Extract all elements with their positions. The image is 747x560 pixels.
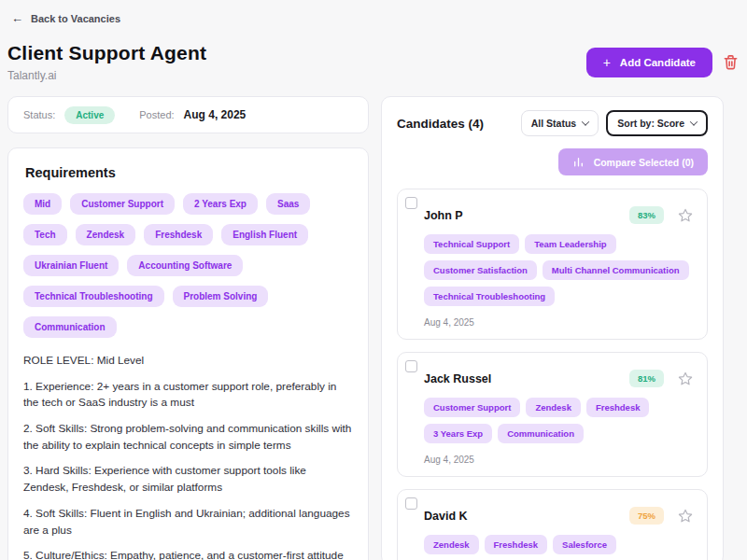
- candidate-tag: Salesforce: [553, 535, 616, 554]
- requirements-title: Requirements: [25, 165, 353, 180]
- requirement-tag: Zendesk: [76, 224, 136, 245]
- status-label: Status:: [23, 109, 55, 120]
- status-bar: Status: Active Posted: Aug 4, 2025: [7, 96, 369, 133]
- back-arrow-icon: ←: [11, 11, 23, 25]
- candidate-tag: Team Leadership: [525, 234, 615, 254]
- requirement-tag: Mid: [23, 193, 62, 215]
- requirement-tag: Tech: [23, 224, 67, 245]
- requirement-tag: Accounting Software: [127, 255, 243, 276]
- requirement-tag: Saas: [266, 193, 310, 215]
- score-badge: 81%: [629, 370, 664, 387]
- posted-date: Aug 4, 2025: [184, 108, 247, 121]
- back-link-label: Back to Vacancies: [31, 13, 120, 24]
- description-line: 1. Experience: 2+ years in a customer su…: [23, 379, 353, 412]
- description-line: 4. Soft Skills: Fluent in English and Uk…: [23, 506, 353, 539]
- candidate-name: John P: [424, 209, 463, 222]
- candidate-name: David K: [424, 510, 468, 523]
- candidate-date: Aug 4, 2025: [424, 317, 694, 328]
- candidate-checkbox[interactable]: [405, 497, 417, 510]
- sort-by-dropdown[interactable]: Sort by: Score: [606, 110, 708, 136]
- description-line: ROLE LEVEL: Mid Level: [23, 353, 353, 370]
- candidate-tag: Communication: [498, 424, 584, 443]
- candidate-tag: Freshdesk: [586, 398, 650, 417]
- back-to-vacancies-link[interactable]: ← Back to Vacancies: [11, 11, 120, 25]
- vacancy-details-column: Status: Active Posted: Aug 4, 2025 Requi…: [7, 96, 369, 560]
- vacancy-page: ← Back to Vacancies Client Support Agent…: [0, 0, 747, 560]
- requirement-tag: Ukrainian Fluent: [23, 255, 119, 276]
- requirement-tag: Customer Support: [70, 193, 175, 215]
- candidate-tag: Freshdesk: [485, 535, 548, 554]
- candidate-tag: 3 Years Exp: [424, 424, 492, 443]
- candidate-card[interactable]: David K 75% ZendeskFreshdeskSalesforceCu…: [397, 489, 708, 560]
- requirements-tags: MidCustomer Support2 Years ExpSaasTechZe…: [23, 193, 353, 338]
- candidate-tags: Technical SupportTeam LeadershipCustomer…: [424, 234, 694, 306]
- candidate-tag: Multi Channel Communication: [543, 260, 689, 280]
- plus-icon: +: [603, 55, 611, 70]
- page-title: Client Support Agent: [7, 42, 206, 64]
- page-header: Client Support Agent Talantly.ai + Add C…: [7, 42, 747, 82]
- candidate-tags: ZendeskFreshdeskSalesforceCustomer Suppo…: [424, 535, 694, 560]
- requirement-tag: Freshdesk: [144, 224, 213, 245]
- description-line: 3. Hard Skills: Experience with customer…: [23, 463, 353, 496]
- requirement-tag: Problem Solving: [173, 286, 269, 307]
- score-badge: 75%: [629, 507, 664, 525]
- candidate-tag: Technical Support: [424, 234, 519, 254]
- compare-selected-label: Compare Selected (0): [594, 157, 694, 168]
- candidate-tag: Customer Support: [424, 398, 520, 417]
- candidates-panel: Candidates (4) All Status Sort by: Score: [381, 96, 724, 560]
- candidate-tag: Customer Satisfaction: [424, 260, 537, 280]
- star-icon[interactable]: [677, 371, 694, 387]
- candidate-card[interactable]: John P 83% Technical SupportTeam Leaders…: [397, 189, 708, 340]
- requirement-tag: Technical Troubleshooting: [23, 286, 164, 307]
- description-line: 5. Culture/Ethics: Empathy, patience, an…: [23, 548, 353, 560]
- candidates-list: John P 83% Technical SupportTeam Leaders…: [397, 189, 708, 560]
- add-candidate-label: Add Candidate: [620, 57, 696, 68]
- status-filter-value: All Status: [531, 118, 576, 129]
- candidate-checkbox[interactable]: [405, 197, 417, 209]
- candidate-tags: Customer SupportZendeskFreshdesk3 Years …: [424, 398, 694, 443]
- requirement-tag: 2 Years Exp: [183, 193, 258, 215]
- status-badge: Active: [64, 106, 115, 124]
- requirements-description: ROLE LEVEL: Mid Level1. Experience: 2+ y…: [23, 353, 353, 560]
- trash-icon: [724, 55, 738, 70]
- sort-by-value: Sort by: Score: [617, 118, 684, 129]
- compare-selected-button[interactable]: Compare Selected (0): [558, 148, 708, 175]
- candidate-checkbox[interactable]: [405, 360, 417, 372]
- candidate-name: Jack Russel: [424, 372, 491, 385]
- star-icon[interactable]: [677, 207, 694, 224]
- requirement-tag: English Fluent: [221, 224, 308, 245]
- chevron-down-icon: [582, 118, 589, 125]
- candidate-card[interactable]: Jack Russel 81% Customer SupportZendeskF…: [397, 352, 708, 477]
- candidate-tag: Zendesk: [424, 535, 479, 554]
- bar-chart-icon: [572, 156, 585, 168]
- posted-label: Posted:: [139, 109, 174, 120]
- candidate-tag: Technical Troubleshooting: [424, 287, 555, 306]
- requirement-tag: Communication: [23, 316, 117, 338]
- candidates-title: Candidates (4): [397, 117, 484, 131]
- company-name: Talantly.ai: [7, 69, 206, 82]
- chevron-down-icon: [690, 118, 698, 125]
- star-icon[interactable]: [677, 508, 694, 525]
- candidate-tag: Zendesk: [526, 398, 581, 417]
- delete-vacancy-button[interactable]: [724, 55, 738, 70]
- score-badge: 83%: [629, 206, 664, 224]
- candidate-date: Aug 4, 2025: [424, 455, 694, 465]
- add-candidate-button[interactable]: + Add Candidate: [586, 48, 712, 77]
- status-filter-dropdown[interactable]: All Status: [521, 110, 599, 136]
- description-line: 2. Soft Skills: Strong problem-solving a…: [23, 421, 353, 454]
- requirements-card: Requirements MidCustomer Support2 Years …: [7, 147, 369, 560]
